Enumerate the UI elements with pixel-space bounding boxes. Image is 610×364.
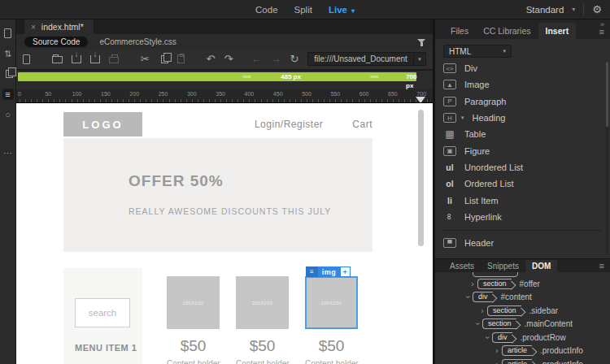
table-icon: ▦ [443, 129, 456, 139]
code-navigator-icon[interactable]: ○ [2, 109, 14, 120]
copy-icon[interactable] [159, 55, 168, 63]
add-element-button[interactable]: + [340, 266, 351, 277]
insert-item-unordered-list[interactable]: ulUnordered List [443, 159, 610, 176]
insert-item-label: Table [464, 129, 486, 139]
workspace-switcher[interactable]: Standard [526, 5, 564, 15]
url-dropdown-icon[interactable]: ▾ [413, 53, 425, 65]
chevron-collapsed-icon[interactable]: › [492, 346, 502, 355]
visual-media-query-bar[interactable]: ‹‹‹‹‹‹485 px‹‹‹‹‹‹700 px [18, 72, 416, 81]
cut-icon[interactable]: ✂ [141, 54, 150, 64]
url-field[interactable]: file:///Unsaved_Document▾ [307, 52, 426, 66]
cart-link[interactable]: Cart [352, 119, 373, 130]
insert-item-list-item[interactable]: liList Item [443, 192, 610, 208]
chevron-expanded-icon[interactable]: › [483, 332, 492, 342]
insert-item-label: Header [464, 238, 494, 248]
panel-scrollbar[interactable] [606, 62, 608, 255]
dom-panel-menu-icon[interactable]: ≡ [599, 261, 604, 271]
insert-category-dropdown[interactable]: HTML ▾ [443, 45, 512, 58]
ruler-drag-handle[interactable] [416, 97, 425, 103]
dom-node-productInfo[interactable]: ›article.productInfo [435, 358, 610, 364]
sync-settings-gear-icon[interactable]: ⚙ [592, 3, 602, 15]
breakpoint-label[interactable]: 485 px [281, 72, 301, 81]
insert-item-label: Ordered List [464, 179, 514, 188]
save-all-icon[interactable] [90, 55, 100, 63]
undo-icon[interactable]: ↶ [207, 54, 216, 64]
document-tab[interactable]: × index.html* [24, 20, 94, 34]
page-header: LOGO Login/Register Cart [63, 112, 373, 136]
view-mode-code[interactable]: Code [255, 5, 278, 15]
save-icon[interactable] [72, 55, 81, 63]
code-snippet-icon[interactable] [2, 68, 14, 80]
insert-item-table[interactable]: ▦Table [443, 126, 610, 142]
ruler-tick-label: 450 [273, 91, 283, 97]
insert-item-hyperlink[interactable]: ∞Hyperlink [443, 209, 610, 225]
img-tag-label[interactable]: img [318, 266, 340, 277]
element-menu-icon[interactable]: ≡ [306, 266, 318, 277]
tab-assets[interactable]: Assets [443, 260, 481, 272]
view-mode-split[interactable]: Split [294, 5, 312, 15]
dom-node-productRow[interactable]: ›div.productRow [435, 331, 610, 344]
chevron-collapsed-icon[interactable]: › [468, 280, 477, 288]
ruler-tick-label: 250 [159, 91, 168, 97]
menu-item-label[interactable]: MENU ITEM 1 [75, 343, 137, 353]
insert-item-label: Unordered List [464, 162, 523, 172]
insert-item-image[interactable]: ▲Image [443, 76, 610, 93]
new-file-icon[interactable] [23, 54, 30, 64]
product-image-placeholder[interactable]: 200X200 [167, 276, 220, 329]
tab-cc-libraries[interactable]: CC Libraries [476, 23, 538, 39]
refresh-icon[interactable]: ↻ [290, 54, 298, 64]
file-sync-icon[interactable]: ⇅ [2, 48, 14, 59]
insert-item-paragraph[interactable]: PParagraph [443, 93, 610, 110]
chevron-down-icon[interactable]: ▾ [461, 115, 464, 121]
product-image-placeholder[interactable]: 200X200≡img+ [305, 276, 358, 329]
tab-snippets[interactable]: Snippets [481, 260, 525, 272]
dom-tag-div: div [473, 292, 493, 302]
div-icon: <> [443, 63, 456, 73]
dom-node-mainContent[interactable]: ›section.mainContent [435, 318, 610, 332]
view-mode-live[interactable]: Live▾ [329, 5, 355, 15]
open-documents-icon[interactable] [2, 28, 14, 39]
element-tag-flag[interactable]: ≡img+ [306, 266, 351, 277]
dom-node-offer[interactable]: ›section#offer [435, 277, 610, 291]
insert-item-heading[interactable]: H▾Heading [443, 110, 610, 126]
insert-category-value: HTML [449, 47, 471, 56]
divider [443, 230, 602, 231]
redo-icon[interactable]: ↷ [224, 54, 233, 64]
document-tab-bar: × index.html* [16, 20, 433, 34]
header-icon: ▀ [443, 238, 456, 248]
insert-item-header[interactable]: ▀Header [443, 235, 610, 251]
tab-dom[interactable]: DOM [525, 260, 557, 272]
print-icon [109, 54, 119, 63]
workspace-caret-icon[interactable]: ▾ [572, 6, 575, 13]
dom-node-name: .productInfo [540, 346, 583, 355]
product-price: $50 [236, 337, 289, 355]
close-tab-icon[interactable]: × [31, 23, 36, 32]
tab-insert[interactable]: Insert [538, 23, 577, 39]
insert-item-ordered-list[interactable]: olOrdered List [443, 176, 610, 192]
dom-node-productInfo[interactable]: ›article.productInfo [435, 344, 610, 358]
format-menu-icon[interactable]: ≡ [2, 89, 14, 100]
panel-menu-icon[interactable]: ≡ [599, 27, 604, 37]
chevron-expanded-icon[interactable]: › [464, 292, 473, 302]
dom-node-name: .mainContent [525, 319, 573, 328]
toolbar-options-icon[interactable]: ⋯ [2, 147, 14, 158]
dom-node-sidebar[interactable]: ›section.sidebar [435, 304, 610, 318]
product-image-placeholder[interactable]: 200X200 [236, 276, 289, 329]
dom-node-content[interactable]: ›div#content [435, 291, 610, 305]
logo-placeholder[interactable]: LOGO [63, 112, 142, 136]
filter-funnel-icon[interactable] [417, 39, 425, 43]
chevron-expanded-icon[interactable]: › [473, 319, 482, 329]
related-file-source-code[interactable]: Source Code [24, 37, 88, 47]
chevron-collapsed-icon[interactable]: › [477, 306, 487, 315]
chevron-collapsed-icon[interactable]: › [492, 360, 502, 364]
related-file-ecommercestyle-css[interactable]: eCommerceStyle.css [99, 37, 176, 46]
tab-files[interactable]: Files [443, 23, 476, 39]
open-file-icon[interactable] [52, 54, 63, 63]
insert-item-figure[interactable]: ▣Figure [443, 142, 610, 158]
login-register-link[interactable]: Login/Register [255, 119, 323, 130]
breakpoint-label[interactable]: 700 px [406, 72, 416, 90]
insert-item-div[interactable]: <>Div [443, 60, 610, 76]
search-input[interactable] [75, 298, 130, 327]
chevron-down-icon[interactable]: ▾ [351, 7, 355, 15]
canvas-scrollbar-thumb[interactable] [418, 110, 424, 246]
